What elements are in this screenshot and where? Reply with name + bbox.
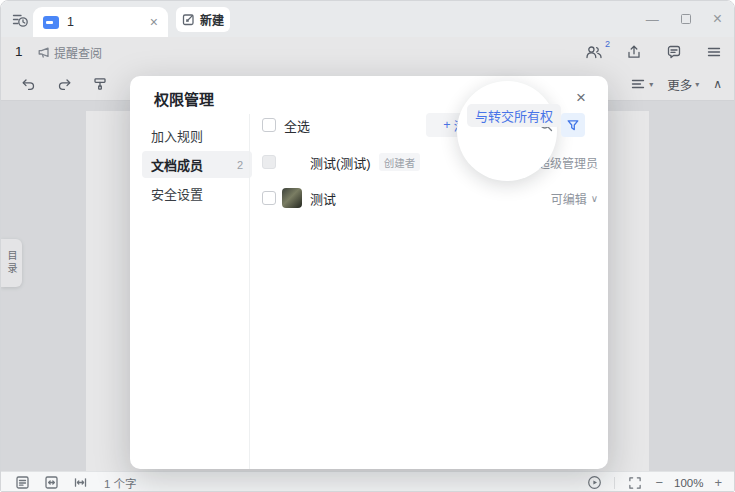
select-all-checkbox[interactable] [262, 118, 276, 132]
outline-view-button[interactable] [13, 474, 31, 492]
creator-badge: 创建者 [379, 153, 421, 171]
close-icon[interactable]: × [713, 11, 722, 27]
status-bar: 1 个字 − 100% + [1, 471, 734, 492]
fit-page-icon [44, 475, 59, 490]
recent-documents-button[interactable] [8, 8, 32, 32]
select-all-row: 全选 [262, 117, 310, 133]
filter-icon [566, 118, 580, 132]
new-tab-button[interactable]: 新建 [176, 7, 230, 32]
modal-title: 权限管理 [154, 88, 214, 109]
sidebar-item-join-rules[interactable]: 加入规则 [142, 122, 252, 149]
chevron-down-icon: ∨ [591, 193, 598, 204]
zoom-in-button[interactable]: + [714, 476, 722, 489]
page-width-button[interactable] [71, 474, 89, 492]
member-name: 测试 [310, 189, 336, 208]
sidebar-item-label: 安全设置 [151, 184, 203, 203]
member-avatar [282, 188, 302, 208]
permission-modal: 权限管理 × 加入规则 文档成员 2 安全设置 全选 + 添加 [130, 76, 608, 469]
member-name: 测试(测试) [310, 153, 371, 172]
member-row: 测试 可编辑 ∨ [262, 185, 598, 211]
member-role-label: 可编辑 [551, 190, 587, 207]
document-tab[interactable]: 1 × [33, 7, 168, 37]
play-circle-icon [587, 475, 602, 490]
zoom-out-button[interactable]: − [655, 476, 663, 489]
maximize-icon[interactable] [681, 14, 691, 24]
new-tab-label: 新建 [200, 11, 224, 28]
autoplay-button[interactable] [585, 474, 603, 492]
page-width-icon [73, 475, 88, 490]
window-controls: — × [646, 1, 722, 37]
tab-label: 1 [67, 15, 74, 29]
sidebar-item-label: 文档成员 [151, 155, 203, 174]
sidebar-item-label: 加入规则 [151, 126, 203, 145]
member-avatar [282, 152, 302, 172]
status-bar-right: − 100% + [585, 474, 722, 492]
plus-icon: + [443, 118, 450, 132]
divider [614, 477, 615, 489]
fullscreen-icon [628, 476, 642, 490]
sidebar-item-members[interactable]: 文档成员 2 [142, 151, 252, 178]
outline-view-icon [15, 475, 30, 490]
recent-documents-icon [11, 11, 29, 29]
sidebar-divider [249, 114, 250, 469]
fit-page-button[interactable] [42, 474, 60, 492]
app-window: 1 × 新建 — × 1 提醒查阅 [0, 0, 735, 492]
member-checkbox [262, 155, 276, 169]
filter-members-button[interactable] [561, 113, 585, 137]
zoom-level: 100% [674, 477, 703, 489]
member-checkbox[interactable] [262, 191, 276, 205]
modal-close-icon[interactable]: × [570, 86, 592, 108]
select-all-label: 全选 [284, 116, 310, 135]
member-count: 2 [237, 159, 243, 171]
tab-bar: 1 × 新建 — × [1, 1, 734, 37]
minimize-icon[interactable]: — [646, 12, 659, 27]
guide-tooltip: 与转交所有权 [467, 104, 561, 127]
member-role-dropdown[interactable]: 可编辑 ∨ [551, 190, 598, 207]
document-icon [43, 16, 59, 29]
compose-icon [182, 13, 195, 26]
tab-close-icon[interactable]: × [150, 15, 158, 29]
word-count: 1 个字 [104, 475, 137, 491]
fullscreen-button[interactable] [626, 474, 644, 492]
sidebar-item-security[interactable]: 安全设置 [142, 180, 252, 207]
